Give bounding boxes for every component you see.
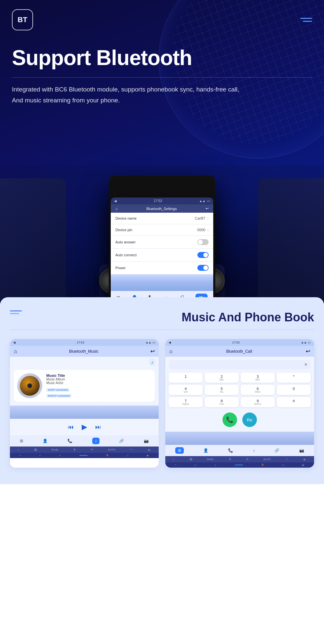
grid-icon-active[interactable]: ⊞ xyxy=(175,447,184,454)
pwr-r[interactable]: ⏻ xyxy=(189,458,192,461)
link-icon[interactable]: 🔗 xyxy=(119,439,124,443)
dialpad-area: ✕ 1 2 ABC 3 DEF * xyxy=(165,357,314,432)
panels-container: ◀ 17:53 ▲▲ ▭ ⌂ Bluetooth_Music ↩ ♪ xyxy=(10,339,314,468)
panel-left-status: ◀ 17:53 ▲▲ ▭ xyxy=(10,339,159,346)
dial-key-0[interactable]: 0 · xyxy=(277,385,311,395)
music-info: Music Title Music Album Music Artist A2D… xyxy=(46,374,151,398)
home-s[interactable]: ⌂ xyxy=(18,448,19,451)
panel-back[interactable]: ↩ xyxy=(150,348,155,354)
music-icon2[interactable]: ♪ xyxy=(253,448,255,453)
fan-r[interactable]: 〰 xyxy=(286,458,288,461)
redial-button[interactable]: Re xyxy=(242,412,257,427)
panel-left-nav: ⌂ Bluetooth_Music ↩ xyxy=(10,346,159,357)
panel-right-nav: ⌂ Bluetooth_Call ↩ xyxy=(165,346,314,357)
grid-icon[interactable]: ⊞ xyxy=(20,439,23,443)
chevron-icon: › xyxy=(207,216,209,221)
dial-key-6[interactable]: 6 MNO xyxy=(241,385,275,395)
camera-icon[interactable]: 📷 xyxy=(144,439,149,443)
device-name-row[interactable]: Device name CarBT › xyxy=(111,213,213,224)
nav-title: Bluetooth_Settings xyxy=(146,207,177,211)
panel-bottom-icons: ⊞ 👤 📞 ♪ 🔗 📷 xyxy=(10,435,159,447)
dial-key-3[interactable]: 3 DEF xyxy=(241,373,275,383)
back-arrow[interactable]: ◀ xyxy=(114,199,117,203)
auto-answer-row[interactable]: Auto answer xyxy=(111,236,213,249)
home-icon[interactable]: ⌂ xyxy=(115,207,118,211)
fan-s[interactable]: 〰 xyxy=(130,448,133,451)
auto-connect-toggle[interactable] xyxy=(197,252,209,258)
auto-answer-toggle[interactable] xyxy=(197,239,209,245)
menu-icon[interactable] xyxy=(300,18,312,22)
hero-divider xyxy=(12,77,312,78)
music-section: Music And Phone Book ◀ 17:53 ▲▲ ▭ ⌂ Blue… xyxy=(0,297,324,484)
panel-r-home[interactable]: ⌂ xyxy=(169,348,173,354)
dial-key-7[interactable]: 7 PQRS xyxy=(169,397,203,407)
chevron-icon: › xyxy=(207,228,209,232)
next-button[interactable]: ⏭ xyxy=(95,424,101,431)
dial-key-5[interactable]: 5 JKL xyxy=(205,385,239,395)
call-actions: 📞 Re xyxy=(169,411,311,428)
call-button[interactable]: 📞 xyxy=(223,412,237,427)
music-icon[interactable]: ♪ xyxy=(92,438,100,444)
dial-key-8[interactable]: 8 TUV xyxy=(205,397,239,407)
panel-right-status: ◀ 17:53 ▲▲ ▭ xyxy=(165,339,314,346)
dial-input-field[interactable]: ✕ xyxy=(169,360,311,369)
hero-title: Support Bluetooth xyxy=(12,46,312,69)
dial-key-1[interactable]: 1 xyxy=(169,373,203,383)
play-button[interactable]: ▶ xyxy=(82,423,87,431)
device-pin-row[interactable]: Device pin 0000 › xyxy=(111,224,213,236)
hero-section: BT Support Bluetooth Integrated with BC6… xyxy=(0,0,324,304)
panel-home[interactable]: ⌂ xyxy=(14,348,17,354)
back-r2[interactable]: ↩ xyxy=(175,464,177,466)
pwr-s[interactable]: ⏻ xyxy=(34,448,37,451)
home-r[interactable]: ⌂ xyxy=(173,458,175,461)
panel-r-title: Bluetooth_Call xyxy=(226,349,252,354)
panel-r-back[interactable]: ◀ xyxy=(169,341,171,344)
section-menu-icon[interactable] xyxy=(10,310,22,314)
back-icon[interactable]: ↩ xyxy=(206,206,209,211)
power-row[interactable]: Power xyxy=(111,262,213,274)
section-title: Music And Phone Book xyxy=(182,310,314,324)
dial-key-star[interactable]: * xyxy=(277,373,311,383)
camera-icon2[interactable]: 📷 xyxy=(299,448,304,453)
clear-icon[interactable]: ✕ xyxy=(304,362,307,367)
sync-r[interactable]: ⟳ xyxy=(246,458,249,461)
album-container xyxy=(17,373,42,398)
panel-r-battery: ▭ xyxy=(308,341,311,344)
person-icon2[interactable]: 👤 xyxy=(203,448,208,453)
vol-s[interactable]: 🔈 xyxy=(148,448,151,451)
dual-r: DUAL xyxy=(207,458,214,461)
panel-r-back-icon[interactable]: ↩ xyxy=(306,348,310,354)
phone-icon[interactable]: 📞 xyxy=(67,439,72,443)
music-note-icon: ♪ xyxy=(149,359,155,366)
dial-key-9[interactable]: 9 WXYZ xyxy=(241,397,275,407)
dial-key-2[interactable]: 2 ABC xyxy=(205,373,239,383)
phone-icon2[interactable]: 📞 xyxy=(228,448,233,453)
auto-s: AUTO xyxy=(108,448,115,451)
bt-logo: BT xyxy=(12,9,33,30)
power-toggle[interactable] xyxy=(197,265,209,271)
album-art xyxy=(20,376,40,396)
panel-signal: ▲▲ xyxy=(145,341,151,344)
dial-key-4[interactable]: 4 GHI xyxy=(169,385,203,395)
dial-key-hash[interactable]: # xyxy=(277,397,311,407)
back-s2[interactable]: ↩ xyxy=(19,454,21,457)
snow-r[interactable]: ❄ xyxy=(229,458,231,461)
hero-desc-line1: Integrated with BC6 Bluetooth module, su… xyxy=(12,84,312,95)
person-icon[interactable]: 👤 xyxy=(43,439,48,443)
snow-s[interactable]: ❄ xyxy=(73,448,76,451)
panel-time: 17:53 xyxy=(77,341,84,344)
panel-nav-title: Bluetooth_Music xyxy=(69,349,99,354)
prev-button[interactable]: ⏮ xyxy=(68,424,74,431)
panel-battery: ▭ xyxy=(152,341,155,344)
wave-visual xyxy=(111,274,213,291)
screen-mockup: ◀ 17:53 ▲▲ ▭ ⌂ Bluetooth_Settings ↩ D xyxy=(111,197,213,304)
battery-icon: ▭ xyxy=(207,199,210,203)
call-wave xyxy=(165,432,314,445)
music-album-text: Music Album xyxy=(46,377,151,381)
vol-r[interactable]: 🔈 xyxy=(303,458,306,461)
link-icon2[interactable]: 🔗 xyxy=(274,448,279,453)
auto-connect-row[interactable]: Auto connect xyxy=(111,249,213,262)
music-header: Music And Phone Book xyxy=(10,310,314,324)
sync-s[interactable]: ⟳ xyxy=(91,448,93,451)
panel-back-arrow[interactable]: ◀ xyxy=(13,341,16,344)
